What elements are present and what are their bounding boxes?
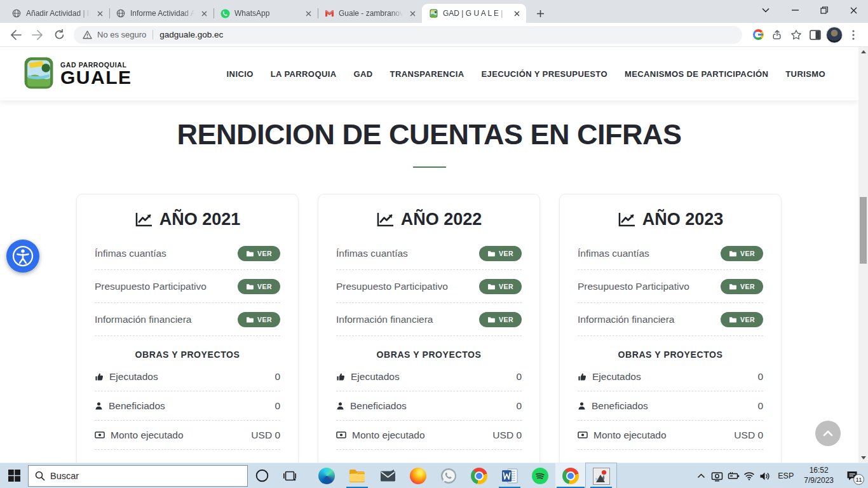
- forward-button[interactable]: [27, 24, 48, 46]
- close-window-button[interactable]: [839, 0, 868, 20]
- google-logo-icon[interactable]: [749, 25, 768, 44]
- close-icon[interactable]: [303, 8, 314, 19]
- reload-button[interactable]: [48, 24, 70, 46]
- ver-button[interactable]: VER: [721, 312, 763, 327]
- doc-row-label: Ínfimas cuantías: [578, 248, 649, 259]
- ver-button[interactable]: VER: [721, 246, 763, 261]
- scrollbar-thumb[interactable]: [860, 197, 867, 264]
- web-page: GAD PARROQUIAL GUALE INICIO LA PARROQUIA…: [0, 47, 858, 463]
- year-card-2021: AÑO 2021 Ínfimas cuantías VER Presupuest…: [76, 194, 299, 463]
- tray-cast-icon[interactable]: [709, 463, 725, 488]
- tray-wifi-icon[interactable]: [741, 463, 757, 488]
- taskbar-clock[interactable]: 16:52 7/9/2023: [799, 466, 839, 485]
- ver-button[interactable]: VER: [479, 279, 522, 294]
- browser-tab-1[interactable]: Añadir Actividad | Informes M: [5, 4, 109, 23]
- menu-dots-icon[interactable]: [844, 25, 863, 44]
- gmail-icon: [324, 8, 334, 18]
- notification-center-button[interactable]: 11: [839, 463, 865, 488]
- window-controls: [751, 0, 868, 20]
- taskbar-chrome-icon[interactable]: [464, 463, 494, 488]
- doc-row-label: Ínfimas cuantías: [95, 248, 166, 259]
- doc-row: Información financiera VER: [336, 303, 522, 336]
- browser-tab-4[interactable]: Guale - zambranoverajosean: [318, 4, 422, 23]
- new-tab-button[interactable]: [531, 4, 549, 22]
- taskbar-firefox-icon[interactable]: [403, 463, 433, 488]
- stat-label: Beneficiados: [592, 400, 648, 412]
- taskbar-whatsapp-icon[interactable]: [433, 463, 464, 488]
- taskbar-mail-icon[interactable]: [372, 463, 403, 488]
- tray-battery-icon[interactable]: [725, 463, 741, 488]
- restore-button[interactable]: [810, 0, 839, 20]
- start-button[interactable]: [0, 463, 28, 488]
- task-view-button[interactable]: [276, 463, 304, 488]
- search-input[interactable]: [50, 471, 209, 481]
- taskbar-edge-icon[interactable]: [311, 463, 342, 488]
- taskbar-word-icon[interactable]: [494, 463, 525, 488]
- tray-volume-icon[interactable]: [757, 463, 773, 488]
- nav-item-transparencia[interactable]: TRANSPARENCIA: [390, 69, 465, 79]
- nav-item-mecanismos[interactable]: MECANISMOS DE PARTICIPACIÓN: [625, 69, 768, 79]
- taskbar-file-explorer-icon[interactable]: [342, 463, 372, 488]
- taskbar-chrome-active-icon[interactable]: [555, 463, 586, 488]
- stat-label: Beneficiados: [350, 400, 407, 412]
- not-secure-warning-icon[interactable]: [83, 30, 92, 39]
- profile-avatar[interactable]: [825, 25, 844, 44]
- nav-item-turismo[interactable]: TURISMO: [785, 69, 825, 79]
- folder-icon: [246, 283, 254, 290]
- taskbar-spotify-icon[interactable]: [525, 463, 555, 488]
- doc-row: Presupuesto Participativo VER: [336, 270, 522, 303]
- ver-button[interactable]: VER: [238, 312, 280, 327]
- bookmark-star-icon[interactable]: [787, 25, 806, 44]
- share-icon[interactable]: [768, 25, 787, 44]
- year-card-2022: AÑO 2022 Ínfimas cuantías VER Presupuest…: [318, 194, 540, 463]
- stat-label: Monto ejecutado: [593, 430, 667, 441]
- doc-row: Ínfimas cuantías VER: [95, 237, 280, 270]
- taskbar-search-box[interactable]: [28, 465, 248, 487]
- ver-button[interactable]: VER: [479, 312, 522, 327]
- obras-section-title: OBRAS Y PROYECTOS: [95, 349, 280, 360]
- side-panel-icon[interactable]: [806, 25, 825, 44]
- cortana-button[interactable]: [248, 463, 276, 488]
- nav-item-ejecucion[interactable]: EJECUCIÓN Y PRESUPUESTO: [481, 69, 607, 79]
- chart-line-icon: [618, 212, 636, 227]
- ver-button[interactable]: VER: [721, 279, 763, 294]
- thumbs-up-icon: [578, 372, 587, 381]
- stat-row: Ejecutados 0: [336, 362, 522, 391]
- browser-tab-3[interactable]: WhatsApp: [214, 4, 318, 23]
- browser-tab-active[interactable]: GAD | G U A L E |: [422, 4, 526, 23]
- taskbar-java-app-icon[interactable]: [586, 463, 616, 488]
- ver-button[interactable]: VER: [479, 246, 522, 261]
- stat-value: USD 0: [734, 430, 763, 441]
- close-icon[interactable]: [95, 8, 105, 19]
- close-icon[interactable]: [199, 8, 210, 19]
- nav-item-gad[interactable]: GAD: [353, 69, 372, 79]
- folder-icon: [246, 250, 254, 257]
- accessibility-widget-button[interactable]: [6, 240, 39, 273]
- ver-button[interactable]: VER: [238, 246, 280, 261]
- nav-item-inicio[interactable]: INICIO: [227, 69, 254, 79]
- tab-search-chevron-icon[interactable]: [751, 0, 780, 20]
- doc-row: Presupuesto Participativo VER: [578, 270, 763, 303]
- close-icon[interactable]: [512, 8, 522, 19]
- site-logo[interactable]: GAD PARROQUIAL GUALE: [23, 56, 132, 92]
- browser-tab-2[interactable]: Informe Actividad ACT-15: [109, 4, 214, 23]
- page-scrollbar[interactable]: [858, 47, 868, 463]
- language-indicator[interactable]: ESP: [773, 471, 799, 480]
- folder-icon: [729, 283, 736, 290]
- card-title: AÑO 2022: [336, 210, 522, 229]
- back-button[interactable]: [5, 24, 27, 46]
- card-title: AÑO 2021: [95, 210, 280, 229]
- tab-title: Informe Actividad ACT-15: [130, 9, 194, 18]
- clock-time: 16:52: [810, 466, 829, 475]
- scrollbar-up-arrow[interactable]: [858, 47, 868, 57]
- browser-tab-strip: Añadir Actividad | Informes M Informe Ac…: [0, 0, 868, 23]
- scrollbar-down-arrow[interactable]: [858, 453, 868, 463]
- tray-chevron-up-icon[interactable]: [693, 463, 709, 488]
- close-icon[interactable]: [407, 8, 418, 19]
- stat-row: Monto ejecutado USD 0: [578, 421, 763, 450]
- ver-button[interactable]: VER: [238, 279, 280, 294]
- nav-item-la-parroquia[interactable]: LA PARROQUIA: [271, 69, 337, 79]
- address-bar[interactable]: No es seguro gadguale.gob.ec: [74, 26, 742, 44]
- minimize-button[interactable]: [780, 0, 810, 20]
- scroll-to-top-button[interactable]: [815, 421, 841, 446]
